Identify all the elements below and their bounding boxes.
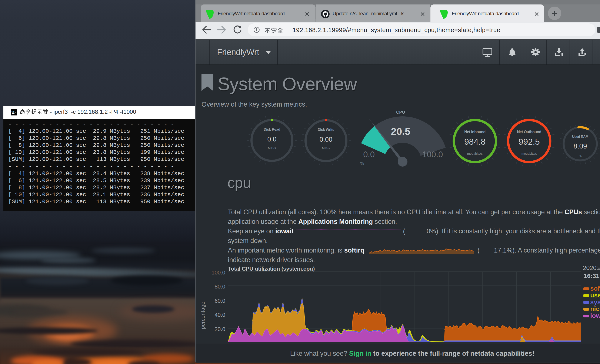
svg-text:C:\: C:\: [11, 111, 16, 113]
